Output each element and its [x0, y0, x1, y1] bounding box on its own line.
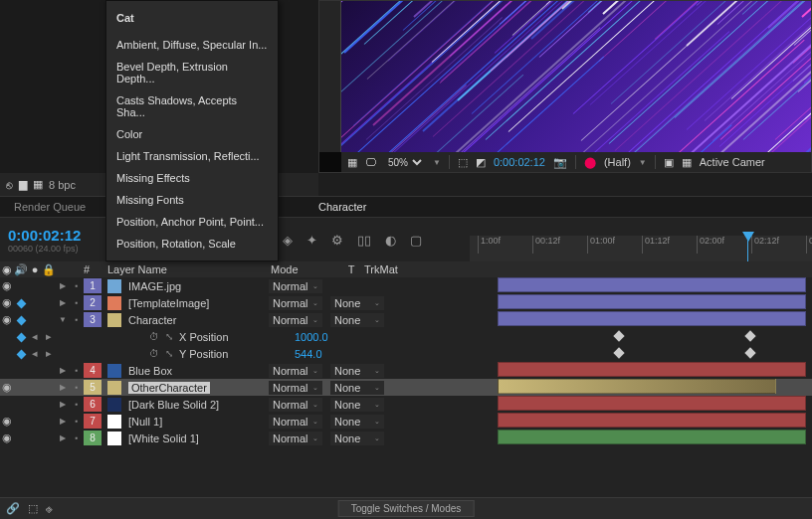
expand-arrow[interactable]: ▶: [56, 383, 70, 392]
settings-tiny-icon[interactable]: ▦: [33, 178, 43, 191]
keyframe-marker[interactable]: [744, 347, 755, 358]
expand-arrow[interactable]: ▶: [56, 366, 70, 375]
visibility-toggle[interactable]: ◉: [0, 381, 14, 394]
camera-icon[interactable]: 📷: [553, 156, 567, 169]
layer-name[interactable]: [White Solid 1]: [102, 432, 269, 445]
label-color[interactable]: ▪: [70, 281, 84, 290]
time-ruler[interactable]: 1:00f00:12f01:00f01:12f02:00f02:12f03:00…: [470, 218, 812, 261]
folder-icon[interactable]: ▆: [19, 178, 27, 191]
comp-flowchart-icon[interactable]: ◈: [283, 233, 293, 248]
col-video-icon[interactable]: ◉: [0, 263, 14, 276]
view-icon[interactable]: ▣: [664, 156, 674, 169]
track-matte-select[interactable]: None⌄: [330, 364, 390, 378]
monitor-icon[interactable]: 🖵: [365, 156, 376, 168]
keyframe-marker[interactable]: [613, 347, 624, 358]
shy-toggle-icon[interactable]: ⬚: [28, 502, 38, 515]
layer-name[interactable]: [Null 1]: [102, 415, 269, 429]
stopwatch-icon[interactable]: ⏱: [149, 331, 159, 342]
graph-icon[interactable]: ⤡: [165, 348, 173, 359]
blend-mode-select[interactable]: Normal⌄: [269, 313, 330, 327]
layer-duration-bar[interactable]: [498, 311, 806, 326]
track-area[interactable]: [468, 277, 812, 497]
layer-duration-bar[interactable]: [498, 379, 776, 394]
col-hash[interactable]: #: [84, 263, 102, 275]
col-trkmat[interactable]: TrkMat: [364, 263, 398, 275]
keyframe-marker[interactable]: [613, 330, 624, 341]
label-color[interactable]: ▪: [70, 383, 84, 392]
track-matte-select[interactable]: None⌄: [330, 398, 390, 412]
frame-blend-icon[interactable]: ▯▯: [357, 233, 371, 248]
layer-name[interactable]: Character: [102, 313, 269, 327]
layer-name[interactable]: [Dark Blue Solid 2]: [102, 398, 269, 412]
label-color[interactable]: ▪: [70, 366, 84, 375]
color-mgmt-icon[interactable]: ⬤: [584, 156, 596, 169]
graph-editor-icon[interactable]: ▢: [410, 233, 422, 248]
blend-mode-select[interactable]: Normal⌄: [269, 364, 330, 378]
expand-arrow[interactable]: ▶: [56, 417, 70, 426]
dropdown-item[interactable]: Light Transmission, Reflecti...: [106, 145, 278, 167]
expand-arrow[interactable]: ▶: [56, 281, 70, 290]
property-value[interactable]: 1000.0: [295, 331, 328, 343]
stopwatch-icon[interactable]: ⏱: [149, 348, 159, 359]
dropdown-item[interactable]: Position, Rotation, Scale: [106, 233, 278, 255]
expand-arrow[interactable]: ▼: [56, 315, 70, 324]
dropdown-item[interactable]: Missing Fonts: [106, 189, 278, 211]
visibility-toggle[interactable]: ◉: [0, 415, 14, 428]
blend-mode-select[interactable]: Normal⌄: [269, 279, 330, 293]
visibility-toggle[interactable]: ◉: [0, 296, 14, 309]
current-time[interactable]: 0:00:02:12 00060 (24.00 fps): [0, 223, 105, 258]
graph-icon[interactable]: ⤡: [165, 331, 173, 342]
grid-icon[interactable]: ▦: [347, 156, 357, 169]
mask-icon[interactable]: ⬚: [458, 156, 468, 169]
col-solo-icon[interactable]: ●: [28, 263, 42, 275]
layer-duration-bar[interactable]: [498, 396, 806, 411]
layer-name[interactable]: OtherCharacter: [102, 381, 269, 395]
keyframe-marker[interactable]: [744, 330, 755, 341]
label-color[interactable]: ▪: [70, 433, 84, 442]
layer-name[interactable]: Blue Box: [102, 364, 269, 378]
tab-character[interactable]: Character: [304, 197, 380, 217]
col-lock-icon[interactable]: 🔒: [42, 263, 56, 276]
expand-arrow[interactable]: ▶: [56, 400, 70, 409]
layer-duration-bar[interactable]: [498, 413, 806, 428]
keyframe-diamond[interactable]: [14, 331, 28, 343]
dropdown-item[interactable]: Ambient, Diffuse, Specular In...: [106, 34, 278, 56]
blend-mode-select[interactable]: Normal⌄: [269, 432, 330, 445]
dropdown-item[interactable]: Casts Shadows, Accepts Sha...: [106, 89, 278, 123]
track-matte-select[interactable]: None⌄: [330, 313, 390, 327]
flow-icon[interactable]: ⎋: [6, 179, 13, 191]
visibility-toggle[interactable]: ◉: [0, 313, 14, 326]
dropdown-item[interactable]: Bevel Depth, Extrusion Depth...: [106, 56, 278, 89]
property-value[interactable]: 544.0: [295, 348, 322, 360]
draft3d-icon[interactable]: ✦: [306, 233, 317, 248]
blend-mode-select[interactable]: Normal⌄: [269, 398, 330, 412]
preview-timecode[interactable]: 0:00:02:12: [494, 156, 545, 168]
motion-blur-icon[interactable]: ◐: [385, 233, 396, 248]
layer-name[interactable]: IMAGE.jpg: [102, 279, 269, 293]
render-icon[interactable]: ⎆: [46, 503, 53, 515]
crop-icon[interactable]: ◩: [476, 156, 486, 169]
col-audio-icon[interactable]: 🔊: [14, 263, 28, 276]
tab-render-queue[interactable]: Render Queue: [0, 197, 100, 217]
blend-mode-select[interactable]: Normal⌄: [269, 296, 330, 310]
keyframe-diamond[interactable]: [14, 348, 28, 360]
timecode-main[interactable]: 0:00:02:12: [8, 227, 98, 244]
blend-mode-select[interactable]: Normal⌄: [269, 381, 330, 395]
track-matte-select[interactable]: None⌄: [330, 415, 390, 429]
grid2-icon[interactable]: ▦: [682, 156, 692, 169]
zoom-select[interactable]: 50%: [384, 156, 425, 169]
layer-name[interactable]: [TemplateImage]: [102, 296, 269, 310]
visibility-toggle[interactable]: ◉: [0, 432, 14, 444]
label-color[interactable]: ▪: [70, 400, 84, 409]
quality-select[interactable]: (Half): [604, 156, 631, 168]
col-layername[interactable]: Layer Name: [102, 263, 271, 275]
col-mode[interactable]: Mode: [271, 263, 338, 275]
label-color[interactable]: ▪: [70, 298, 84, 307]
layer-duration-bar[interactable]: [498, 294, 806, 309]
label-color[interactable]: ▪: [70, 315, 84, 324]
col-t[interactable]: T: [338, 263, 364, 275]
dropdown-item[interactable]: Missing Effects: [106, 167, 278, 189]
label-color[interactable]: ▪: [70, 417, 84, 426]
expand-arrow[interactable]: ▶: [56, 298, 70, 307]
dropdown-item[interactable]: Color: [106, 123, 278, 145]
